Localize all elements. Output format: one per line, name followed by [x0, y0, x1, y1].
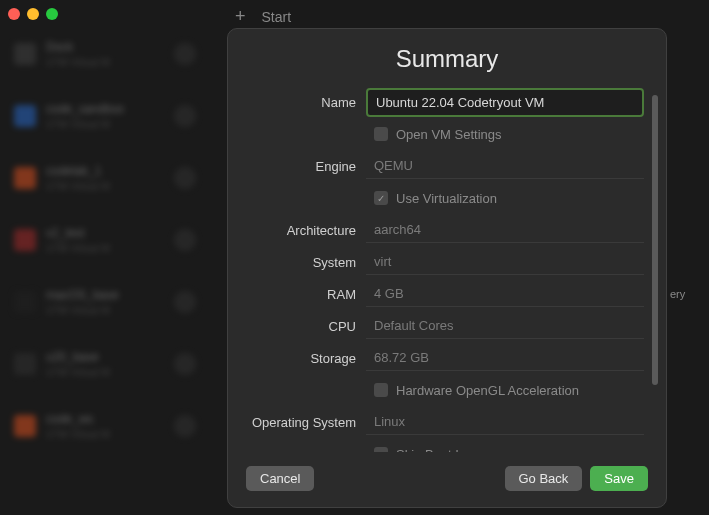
open-vm-settings-checkbox[interactable]	[374, 127, 388, 141]
vm-subtitle: UTM Virtual M	[46, 429, 110, 440]
save-button[interactable]: Save	[590, 466, 648, 491]
system-label: System	[238, 255, 366, 270]
vm-icon	[14, 105, 36, 127]
sidebar-item-vm[interactable]: macOS_base UTM Virtual M	[0, 278, 210, 326]
vm-name: u20_base	[46, 350, 110, 364]
vm-subtitle: UTM Virtual M	[46, 119, 124, 130]
toolbar: + Start	[235, 6, 291, 27]
cancel-button[interactable]: Cancel	[246, 466, 314, 491]
architecture-label: Architecture	[238, 223, 366, 238]
vm-subtitle: UTM Virtual M	[46, 367, 110, 378]
os-label: Operating System	[238, 415, 366, 430]
engine-value: QEMU	[366, 153, 644, 179]
use-virtualization-checkbox[interactable]	[374, 191, 388, 205]
storage-label: Storage	[238, 351, 366, 366]
skip-boot-checkbox[interactable]	[374, 447, 388, 452]
minimize-window-button[interactable]	[27, 8, 39, 20]
vm-icon	[14, 353, 36, 375]
vm-icon	[14, 229, 36, 251]
system-value: virt	[366, 249, 644, 275]
vm-subtitle: UTM Virtual M	[46, 305, 119, 316]
close-window-button[interactable]	[8, 8, 20, 20]
vm-icon	[14, 167, 36, 189]
engine-label: Engine	[238, 159, 366, 174]
vm-name: code_ws	[46, 412, 110, 426]
cpu-label: CPU	[238, 319, 366, 334]
vm-name: codelab_1	[46, 164, 110, 178]
summary-modal: Summary Name Open VM Settings Engine QEM…	[227, 28, 667, 508]
vm-sidebar: Dock UTM Virtual M code_sandbox UTM Virt…	[0, 30, 210, 515]
sidebar-item-vm[interactable]: Dock UTM Virtual M	[0, 30, 210, 78]
os-value: Linux	[366, 409, 644, 435]
name-label: Name	[238, 95, 366, 110]
vm-name: v2_test	[46, 226, 110, 240]
skip-boot-label: Skip Boot Image	[396, 447, 491, 453]
use-virtualization-label: Use Virtualization	[396, 191, 497, 206]
sidebar-item-vm[interactable]: codelab_1 UTM Virtual M	[0, 154, 210, 202]
vm-name: code_sandbox	[46, 102, 124, 116]
sidebar-item-vm[interactable]: u20_base UTM Virtual M	[0, 340, 210, 388]
hw-opengl-checkbox[interactable]	[374, 383, 388, 397]
vm-icon	[14, 415, 36, 437]
storage-value: 68.72 GB	[366, 345, 644, 371]
modal-body: Name Open VM Settings Engine QEMU	[228, 87, 666, 452]
open-vm-settings-label: Open VM Settings	[396, 127, 502, 142]
sidebar-item-vm[interactable]: code_sandbox UTM Virtual M	[0, 92, 210, 140]
hw-opengl-label: Hardware OpenGL Acceleration	[396, 383, 579, 398]
vm-subtitle: UTM Virtual M	[46, 243, 110, 254]
vm-subtitle: UTM Virtual M	[46, 57, 110, 68]
scrollbar-thumb[interactable]	[652, 95, 658, 385]
start-button[interactable]: Start	[262, 9, 292, 25]
vm-play-button[interactable]	[174, 291, 196, 313]
modal-footer: Cancel Go Back Save	[228, 452, 666, 507]
sidebar-item-vm[interactable]: code_ws UTM Virtual M	[0, 402, 210, 450]
ram-value: 4 GB	[366, 281, 644, 307]
ram-label: RAM	[238, 287, 366, 302]
background-text-fragment: ery	[670, 288, 685, 300]
vm-name: macOS_base	[46, 288, 119, 302]
window-traffic-lights	[8, 8, 58, 20]
vm-play-button[interactable]	[174, 167, 196, 189]
modal-title: Summary	[228, 29, 666, 87]
vm-icon	[14, 291, 36, 313]
cpu-value: Default Cores	[366, 313, 644, 339]
add-vm-icon[interactable]: +	[235, 6, 246, 27]
vm-icon	[14, 43, 36, 65]
vm-name: Dock	[46, 40, 110, 54]
sidebar-item-vm[interactable]: v2_test UTM Virtual M	[0, 216, 210, 264]
maximize-window-button[interactable]	[46, 8, 58, 20]
vm-play-button[interactable]	[174, 229, 196, 251]
vm-play-button[interactable]	[174, 353, 196, 375]
vm-subtitle: UTM Virtual M	[46, 181, 110, 192]
name-input[interactable]	[366, 88, 644, 117]
go-back-button[interactable]: Go Back	[505, 466, 583, 491]
vm-play-button[interactable]	[174, 43, 196, 65]
vm-play-button[interactable]	[174, 415, 196, 437]
architecture-value: aarch64	[366, 217, 644, 243]
vm-play-button[interactable]	[174, 105, 196, 127]
